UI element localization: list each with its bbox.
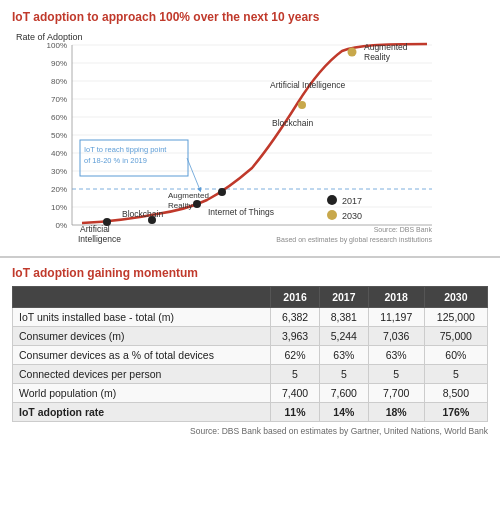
row-value: 7,600 <box>319 384 368 403</box>
table-row: Consumer devices (m)3,9635,2447,03675,00… <box>13 327 488 346</box>
table-row: Consumer devices as a % of total devices… <box>13 346 488 365</box>
chart-container: Rate of Adoption 100% 90% 80% 70% 60% 50… <box>12 30 488 250</box>
row-value: 8,500 <box>424 384 487 403</box>
row-value: 176% <box>424 403 487 422</box>
label-ai-2017-2: Intelligence <box>78 234 121 244</box>
row-label: Consumer devices as a % of total devices <box>13 346 271 365</box>
col-header-2018: 2018 <box>368 287 424 308</box>
chart-title: IoT adoption to approach 100% over the n… <box>12 10 488 24</box>
s-curve-line <box>82 44 427 223</box>
svg-text:10%: 10% <box>51 203 67 212</box>
row-value: 14% <box>319 403 368 422</box>
dot-iot-2017 <box>218 188 226 196</box>
table-body: IoT units installed base - total (m)6,38… <box>13 308 488 422</box>
label-ar-2017-2: Reality <box>168 201 192 210</box>
col-header-2030: 2030 <box>424 287 487 308</box>
row-value: 63% <box>368 346 424 365</box>
adoption-table: 2016 2017 2018 2030 IoT units installed … <box>12 286 488 422</box>
dot-ar-2030 <box>348 48 357 57</box>
legend-dot-2017 <box>327 195 337 205</box>
row-value: 11% <box>271 403 320 422</box>
svg-text:70%: 70% <box>51 95 67 104</box>
svg-text:80%: 80% <box>51 77 67 86</box>
svg-text:100%: 100% <box>47 41 67 50</box>
chart-source-1: Source: DBS Bank <box>374 226 433 233</box>
row-value: 7,036 <box>368 327 424 346</box>
dot-ai-2030 <box>298 101 306 109</box>
label-blockchain-2030: Blockchain <box>272 118 313 128</box>
svg-text:50%: 50% <box>51 131 67 140</box>
label-blockchain-2017: Blockchain <box>122 209 163 219</box>
table-row: Connected devices per person5555 <box>13 365 488 384</box>
row-value: 8,381 <box>319 308 368 327</box>
row-value: 5 <box>271 365 320 384</box>
row-value: 63% <box>319 346 368 365</box>
table-title: IoT adoption gaining momentum <box>12 266 488 280</box>
legend-label-2030: 2030 <box>342 211 362 221</box>
label-ar-2030: Augmented <box>364 42 408 52</box>
row-value: 3,963 <box>271 327 320 346</box>
row-label: Consumer devices (m) <box>13 327 271 346</box>
label-ar-2030-2: Reality <box>364 52 391 62</box>
row-label: IoT adoption rate <box>13 403 271 422</box>
row-label: World population (m) <box>13 384 271 403</box>
tipping-text-1: IoT to reach tipping point <box>84 145 167 154</box>
table-row: World population (m)7,4007,6007,7008,500 <box>13 384 488 403</box>
row-value: 5,244 <box>319 327 368 346</box>
legend-label-2017: 2017 <box>342 196 362 206</box>
chart-section: IoT adoption to approach 100% over the n… <box>0 0 500 258</box>
label-ar-2017: Augmented <box>168 191 209 200</box>
svg-text:30%: 30% <box>51 167 67 176</box>
table-section: IoT adoption gaining momentum 2016 2017 … <box>0 258 500 442</box>
row-value: 62% <box>271 346 320 365</box>
svg-text:90%: 90% <box>51 59 67 68</box>
svg-text:60%: 60% <box>51 113 67 122</box>
tipping-arrow <box>187 158 200 190</box>
label-ai-2030: Artificial Intelligence <box>270 80 345 90</box>
legend-dot-2030 <box>327 210 337 220</box>
svg-text:40%: 40% <box>51 149 67 158</box>
row-value: 75,000 <box>424 327 487 346</box>
col-header-2017: 2017 <box>319 287 368 308</box>
col-header-label <box>13 287 271 308</box>
col-header-2016: 2016 <box>271 287 320 308</box>
table-source: Source: DBS Bank based on estimates by G… <box>12 426 488 436</box>
adoption-chart: Rate of Adoption 100% 90% 80% 70% 60% 50… <box>12 30 488 250</box>
chart-source-2: Based on estimates by global research in… <box>276 236 432 244</box>
table-row: IoT units installed base - total (m)6,38… <box>13 308 488 327</box>
label-iot: Internet of Things <box>208 207 274 217</box>
row-value: 7,700 <box>368 384 424 403</box>
svg-text:20%: 20% <box>51 185 67 194</box>
dot-ar-2017 <box>193 200 201 208</box>
tipping-text-2: of 18-20 % in 2019 <box>84 156 147 165</box>
table-row: IoT adoption rate11%14%18%176% <box>13 403 488 422</box>
row-value: 5 <box>424 365 487 384</box>
row-value: 7,400 <box>271 384 320 403</box>
table-header-row: 2016 2017 2018 2030 <box>13 287 488 308</box>
row-label: IoT units installed base - total (m) <box>13 308 271 327</box>
svg-text:0%: 0% <box>55 221 67 230</box>
row-value: 18% <box>368 403 424 422</box>
row-value: 5 <box>368 365 424 384</box>
row-label: Connected devices per person <box>13 365 271 384</box>
row-value: 11,197 <box>368 308 424 327</box>
row-value: 125,000 <box>424 308 487 327</box>
label-ai-2017: Artificial <box>80 224 110 234</box>
row-value: 6,382 <box>271 308 320 327</box>
row-value: 5 <box>319 365 368 384</box>
row-value: 60% <box>424 346 487 365</box>
